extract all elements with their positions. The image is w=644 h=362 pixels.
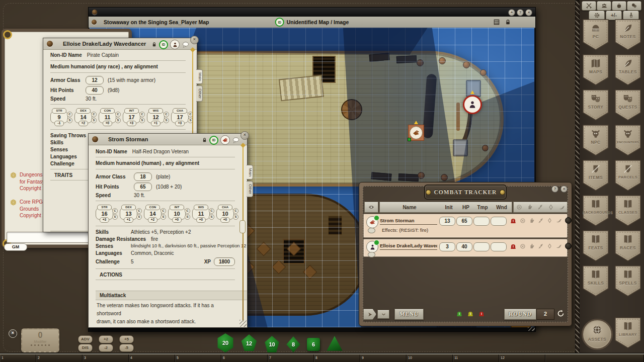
portrait-icon[interactable] (220, 135, 230, 145)
hotkey-slot[interactable]: 6 (221, 354, 268, 362)
hp-value[interactable]: 65 (134, 183, 152, 191)
ac-value[interactable]: 18 (134, 172, 152, 181)
helm-status-icon[interactable] (510, 242, 517, 250)
xp-value[interactable]: 1800 (214, 257, 235, 266)
gm-identity-tab[interactable]: GM (4, 243, 27, 251)
toolbar-combat-button[interactable] (582, 1, 596, 11)
d8-die[interactable]: 8 (286, 336, 301, 352)
field-value[interactable]: Half-Red Dragon Veteran (132, 149, 189, 154)
ct-row-strom[interactable]: Strom Storman 13 65 Effects: (RESIST: fi… (363, 214, 568, 238)
col-hp[interactable]: HP (458, 205, 473, 210)
helm-hostile-icon[interactable] (478, 310, 485, 317)
wing-icon[interactable] (555, 243, 562, 249)
ct-effects[interactable]: Effects: (RESIST: fire) (382, 227, 428, 233)
window-knob[interactable] (92, 10, 97, 15)
ability-int[interactable]: INT10+0CS (168, 205, 191, 223)
dis-button[interactable]: DIS (78, 344, 93, 352)
id-badge-icon[interactable]: ID (209, 136, 218, 145)
sidebar-button-encounters[interactable]: ENCOUNTERS (615, 125, 641, 156)
sidebar-button-story[interactable]: STORY (583, 89, 609, 121)
window-knob[interactable] (92, 136, 98, 142)
tab-other[interactable]: Other (196, 85, 203, 102)
toolbar-tokens-button[interactable] (627, 1, 641, 11)
hotkey-slot[interactable]: 12 (499, 354, 545, 362)
helm-neutral-icon[interactable] (467, 310, 474, 317)
sidebar-button-skills[interactable]: SKILLS (583, 265, 609, 297)
window-knob[interactable] (47, 41, 53, 47)
hotkey-slot[interactable]: 5 (175, 354, 221, 362)
collapse-all-button[interactable] (377, 310, 389, 319)
ct-help-button[interactable]: ? (551, 186, 558, 193)
ability-wis[interactable]: WIS12+1CS (147, 108, 170, 126)
plus2-button[interactable]: +2 (99, 335, 113, 343)
adv-button[interactable]: ADV (78, 335, 93, 343)
token-strom-storman[interactable] (408, 125, 424, 141)
ability-wis[interactable]: WIS11+0CS (192, 205, 215, 223)
d10-die[interactable]: 10 (264, 336, 280, 352)
hp-field[interactable]: 40 (456, 242, 472, 251)
clear-modifier-button[interactable]: × (9, 329, 17, 338)
sidebar-button-pc[interactable]: PC (583, 19, 609, 50)
tmp-field[interactable] (473, 242, 490, 251)
helm-friendly-icon[interactable] (456, 310, 463, 317)
tab-other[interactable]: Other (247, 181, 253, 197)
hotkey-slot[interactable] (545, 354, 644, 362)
orb-button[interactable] (565, 243, 572, 249)
sidebar-button-classes[interactable]: CLASSES (615, 195, 641, 226)
hand-icon[interactable] (529, 243, 535, 249)
col-name[interactable]: Name (380, 205, 439, 210)
ct-name[interactable]: Elloise Drake/Lady Wavedancer (380, 243, 437, 250)
d20-die[interactable]: 20 (216, 333, 234, 352)
sidebar-button-quests[interactable]: QUESTS (615, 89, 641, 121)
diamond-icon[interactable] (547, 243, 552, 249)
hotkey-slot[interactable]: 9 (360, 354, 407, 362)
hp-value[interactable]: 40 (86, 86, 104, 95)
col-tmp[interactable]: Tmp (473, 205, 492, 210)
ct-sub-button[interactable] (368, 252, 375, 257)
target-icon[interactable] (520, 218, 526, 224)
menu-button[interactable]: MENU (394, 309, 424, 320)
wnd-field[interactable] (491, 242, 507, 251)
ct-close-button[interactable]: × (560, 186, 568, 193)
col-wnd[interactable]: Wnd (492, 205, 512, 210)
hotkey-slot[interactable]: 3 (83, 354, 129, 362)
modifier-box[interactable]: 0 Modifier (21, 328, 59, 352)
wnd-field[interactable] (491, 217, 507, 226)
ct-name[interactable]: Strom Storman (380, 218, 437, 225)
sidebar-button-npc[interactable]: NPC (583, 125, 609, 156)
sidebar-button-spells[interactable]: SPELLS (615, 265, 641, 297)
hotkey-slot[interactable]: 10 (407, 354, 453, 362)
scrollbar-track[interactable] (243, 147, 244, 321)
token-elloise-drake[interactable] (463, 95, 482, 114)
hp-field[interactable]: 65 (456, 217, 472, 226)
sidebar-button-feats[interactable]: FEATS (583, 230, 609, 261)
hotkey-slot[interactable]: 7 (268, 354, 314, 362)
round-value[interactable]: 2 (536, 309, 554, 320)
helm-status-icon[interactable] (510, 217, 517, 224)
next-round-icon[interactable] (556, 309, 565, 318)
sidebar-button-races[interactable]: RACES (615, 230, 641, 261)
ability-con[interactable]: CON11+0CS (99, 108, 121, 126)
sidebar-button-maps[interactable]: MAPS (583, 54, 609, 85)
minus5-button[interactable]: -5 (119, 344, 134, 352)
chat-bubble-icon[interactable] (182, 41, 190, 48)
lock-icon[interactable] (151, 41, 157, 48)
combat-tracker-titleplate[interactable]: COMBAT TRACKER (424, 185, 507, 200)
hotkey-slot[interactable]: 1 (0, 354, 36, 362)
sidebar-button-backgrounds[interactable]: BACKGROUNDS (583, 195, 609, 226)
tab-main[interactable]: Main (196, 69, 203, 84)
ability-int[interactable]: INT17+3CS (123, 108, 145, 126)
field-value[interactable]: Pirate Captain (87, 52, 119, 58)
hand-icon[interactable] (529, 218, 535, 224)
toolbar-dicebag-button[interactable] (612, 1, 626, 11)
ac-value[interactable]: 12 (86, 76, 104, 84)
tmp-field[interactable] (473, 217, 490, 226)
ability-con[interactable]: CON14+2CS (144, 205, 167, 223)
map-zoom-button[interactable]: + (508, 9, 515, 16)
d12-die[interactable]: 12 (240, 334, 258, 352)
npc-sheet-strom[interactable]: Strom Storman ID Non-ID NameHalf-Red Dra… (88, 133, 248, 328)
lock-icon[interactable] (505, 19, 511, 26)
lock-icon[interactable] (202, 137, 207, 143)
d6-die[interactable]: 6 (307, 338, 320, 351)
map-window-titlebar[interactable]: + ? × (89, 8, 535, 17)
